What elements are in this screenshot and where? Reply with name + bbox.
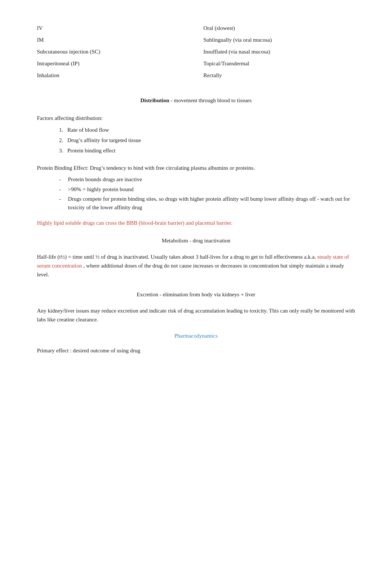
halflife-text-after: , where additional doses of the drug do … xyxy=(37,263,344,277)
route-item-sublingually: Sublingually (via oral mucosa) xyxy=(203,34,355,46)
protein-binding-section: Protein Binding Effect: Drug’s tendency … xyxy=(37,164,355,211)
kidney-liver-text: Any kidney/liver issues may reduce excre… xyxy=(37,306,355,324)
protein-binding-list: - Protein bounds drugs are inactive - >9… xyxy=(37,175,355,211)
distribution-heading: Distribution - movement through blood to… xyxy=(37,96,355,105)
route-item-iv: IV xyxy=(37,22,189,34)
route-item-ip: Intraperitoneal (IP) xyxy=(37,58,189,69)
factors-section: Factors affecting distribution: 1. Rate … xyxy=(37,114,355,155)
kidney-liver-section: Any kidney/liver issues may reduce excre… xyxy=(37,306,355,324)
protein-bullet-3: - Drugs compete for protein binding site… xyxy=(59,195,355,211)
factors-list: 1. Rate of blood flow 2. Drug’s affinity… xyxy=(37,125,355,155)
factor-text-2: Drug’s affinity for targeted tissue xyxy=(68,137,141,143)
factor-num-2: 2. xyxy=(59,137,63,143)
protein-binding-intro: Protein Binding Effect: Drug’s tendency … xyxy=(37,164,355,172)
factor-item-2: 2. Drug’s affinity for targeted tissue xyxy=(59,136,355,145)
metabolism-description: - drug inactivation xyxy=(188,238,231,244)
metabolism-term: Metabolism xyxy=(162,238,188,244)
metabolism-heading: Metabolism - drug inactivation xyxy=(37,236,355,245)
excretion-term: Excretion xyxy=(137,292,158,297)
route-item-insufflated: Insufflated (via nasal mucosa) xyxy=(203,46,355,58)
distribution-term: Distribution xyxy=(140,97,169,103)
lipid-soluble-note: Highly lipid soluble drugs can cross the… xyxy=(37,219,355,227)
halflife-section: Half-life (t½) = time until ½ of drug is… xyxy=(37,252,355,279)
protein-bullet-text-1: Protein bounds drugs are inactive xyxy=(68,175,142,184)
halflife-text-before: Half-life (t½) = time until ½ of drug is… xyxy=(37,254,317,260)
factor-num-1: 1. xyxy=(59,127,63,133)
dash-1: - xyxy=(59,175,63,184)
route-item-oral: Oral (slowest) xyxy=(203,22,355,34)
route-item-inhalation: Inhalation xyxy=(37,69,189,81)
route-table: IV IM Subcutaneous injection (SC) Intrap… xyxy=(37,22,355,81)
factor-text-1: Rate of blood flow xyxy=(68,127,109,133)
factors-title: Factors affecting distribution: xyxy=(37,114,355,123)
factor-num-3: 3. xyxy=(59,148,63,154)
protein-bullet-1: - Protein bounds drugs are inactive xyxy=(59,175,355,184)
factor-item-1: 1. Rate of blood flow xyxy=(59,125,355,134)
route-item-sc: Subcutaneous injection (SC) xyxy=(37,46,189,58)
excretion-heading: Excretion - elimination from body via ki… xyxy=(37,290,355,299)
route-right-col: Oral (slowest) Sublingually (via oral mu… xyxy=(203,22,355,81)
protein-bullet-text-3: Drugs compete for protein binding sites,… xyxy=(68,195,355,211)
route-item-im: IM xyxy=(37,34,189,46)
factor-text-3: Protein binding effect xyxy=(68,148,116,154)
primary-effect: Primary effect : desired outcome of usin… xyxy=(37,346,355,355)
excretion-description: - elimination from body via kidneys + li… xyxy=(158,292,255,297)
dash-2: - xyxy=(59,185,63,194)
protein-bullet-text-2: >90% = highly protein bound xyxy=(68,185,134,194)
distribution-description: - movement through blood to tissues xyxy=(169,97,252,103)
route-left-col: IV IM Subcutaneous injection (SC) Intrap… xyxy=(37,22,189,81)
pharmacodynamics-heading: Pharmacodynamics xyxy=(37,331,355,340)
factor-item-3: 3. Protein binding effect xyxy=(59,146,355,155)
route-item-rectally: Rectally xyxy=(203,69,355,81)
dash-3: - xyxy=(59,195,63,211)
protein-bullet-2: - >90% = highly protein bound xyxy=(59,185,355,194)
route-item-topical: Topical/Transdermal xyxy=(203,58,355,69)
